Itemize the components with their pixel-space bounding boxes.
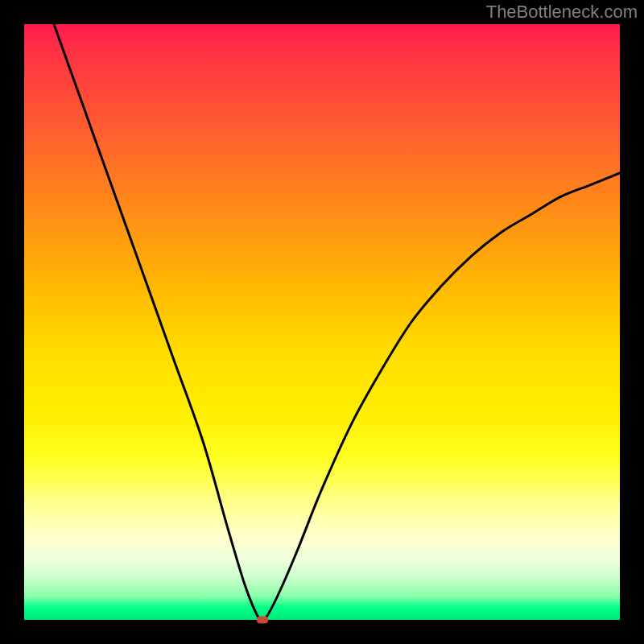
curve-svg [24, 24, 620, 620]
watermark-text: TheBottleneck.com [486, 2, 638, 23]
minimum-marker [257, 617, 268, 624]
plot-area [24, 24, 620, 620]
bottleneck-curve [54, 24, 620, 620]
